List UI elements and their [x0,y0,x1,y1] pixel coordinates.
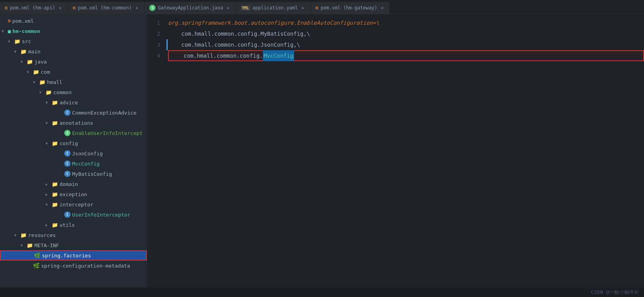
folder-icon: 📁 [27,59,33,65]
tab-pom-gateway[interactable]: m pom.xml (hm-gateway) × [311,2,390,14]
line-number: 4 [147,50,160,61]
tree-item-enable-user-info-intercept[interactable]: @ EnableUserInfoIntercept [0,128,147,138]
tree-item-spring-config-metadata[interactable]: 🌿 spring-configuration-metadata [0,261,147,271]
tab-close-icon[interactable]: × [226,5,231,11]
arrow-icon: ▼ [39,90,44,95]
tree-item-label: CommonExceptionAdvice [72,110,136,116]
tree-item-domain[interactable]: ▶ 📁 domain [0,179,147,189]
tree-item-config[interactable]: ▼ 📁 config [0,138,147,148]
java-icon: G [149,5,156,11]
folder-icon: 📁 [52,191,58,197]
tab-close-icon[interactable]: × [380,5,385,11]
code-lines: org.springframework.boot.autoconfigure.E… [166,17,644,284]
line-number: 1 [147,17,160,28]
tree-item-label: interceptor [60,202,93,208]
tab-gateway[interactable]: G GatewayApplication.java × [145,2,236,14]
code-text: org.springframework.boot.autoconfigure.E… [168,17,379,28]
arrow-icon: ▼ [20,243,25,248]
tree-item-label: domain [60,181,78,187]
tree-item-label: src [22,38,31,44]
tab-close-icon[interactable]: × [58,5,63,11]
tree-item-meta-inf[interactable]: ▼ 📁 META-INF [0,240,147,250]
folder-icon: ■ [8,28,11,34]
tree-item-label: hmall [47,79,62,85]
tree-item-src[interactable]: ▼ 📁 src [0,36,147,46]
folder-icon: 📁 [52,140,58,146]
tree-item-java[interactable]: ▼ 📁 java [0,56,147,67]
tab-label: pom.xml (hm-api) [10,5,55,11]
tab-label: application.yaml [253,5,298,11]
maven-icon: m [315,5,318,11]
folder-icon: 📁 [33,69,39,75]
maven-icon: m [8,18,11,24]
tree-item-main[interactable]: ▼ 📁 main [0,46,147,56]
tree-item-label: META-INF [34,242,59,248]
arrow-icon: ▶ [45,192,50,197]
folder-icon: 📁 [52,222,58,228]
tree-item-utils[interactable]: ▶ 📁 utils [0,220,147,230]
tab-close-icon[interactable]: × [300,5,306,11]
tree-item-common[interactable]: ▼ 📁 common [0,87,147,97]
annotation-icon: @ [64,130,71,136]
tree-item-label: java [34,59,47,65]
code-text: com.hmall.common.config.MyBatisConfig,\ [168,28,310,39]
tree-item-exception[interactable]: ▶ 📁 exception [0,189,147,199]
tree-item-label: JsonConfig [72,151,103,157]
arrow-icon: ▼ [8,39,13,44]
line-number: 3 [147,39,160,50]
editor-content: 1 2 3 4 org.springframework.boot.autocon… [147,14,644,288]
tree-item-interceptor[interactable]: ▼ 📁 interceptor [0,199,147,210]
folder-icon: 📁 [39,79,45,85]
tree-item-hm-common[interactable]: ▼ ■ hm-common [0,26,147,36]
tree-item-pom-xml[interactable]: m pom.xml [0,16,147,26]
tree-item-label: EnableUserInfoIntercept [72,130,143,136]
tree-item-label: pom.xml [12,18,34,24]
tree-item-advice[interactable]: ▼ 📁 advice [0,97,147,108]
folder-icon: 📁 [20,49,27,55]
folder-icon: 📁 [20,232,27,238]
tree-item-mybatis-config[interactable]: C MyBatisConfig [0,169,147,179]
arrow-icon: ▼ [45,100,50,105]
java-class-icon: C [64,160,71,167]
tree-item-label: config [60,140,78,146]
tree-item-label: exception [60,191,87,197]
line-accent [166,39,168,50]
tree-item-json-config[interactable]: C JsonConfig [0,148,147,159]
arrow-icon: ▶ [45,223,50,227]
tree-item-label: spring.factories [42,253,91,259]
tree-item-label: main [28,49,40,55]
arrow-icon: ▼ [14,233,19,237]
tab-pom-hm-api[interactable]: m pom.xml (hm-api) × [0,2,68,14]
tree-item-label: UserInfoInterceptor [72,212,130,218]
yaml-icon: YML [241,5,250,11]
tree-item-resources[interactable]: ▼ 📁 resources [0,230,147,240]
code-line-3: com.hmall.common.config.JsonConfig,\ [168,39,644,50]
tree-item-spring-factories[interactable]: 🌿 spring.factories [0,250,147,261]
folder-icon: 📁 [52,181,58,187]
file-tree: m pom.xml ▼ ■ hm-common ▼ 📁 src ▼ 📁 main… [0,14,147,288]
arrow-icon: ▼ [20,60,25,64]
maven-icon: m [73,5,76,11]
tab-yaml[interactable]: YML application.yaml × [236,2,311,14]
tree-item-mvc-config[interactable]: C MvcConfig [0,159,147,169]
tree-item-user-info-interceptor[interactable]: C UserInfoInterceptor [0,210,147,220]
line-numbers: 1 2 3 4 [147,17,166,284]
tree-item-hmall[interactable]: ▼ 📁 hmall [0,77,147,87]
code-line-1: org.springframework.boot.autoconfigure.E… [168,17,644,28]
tree-item-common-exception-advice[interactable]: C CommonExceptionAdvice [0,108,147,118]
main-area: m pom.xml ▼ ■ hm-common ▼ 📁 src ▼ 📁 main… [0,14,644,288]
code-line-4: com.hmall.common.config.MvcConfig [168,50,644,61]
tab-pom-hm-common[interactable]: m pom.xml (hm-common) × [68,2,145,14]
spring-leaf-icon: 🌿 [34,252,40,259]
arrow-icon: ▼ [45,202,50,207]
java-class-icon: C [64,109,71,116]
watermark: CSDN @一枚小蜗牛H [591,289,638,296]
arrow-icon: ▶ [45,182,50,186]
folder-icon: 📁 [52,120,58,126]
tab-close-icon[interactable]: × [134,5,139,11]
tree-item-annotations[interactable]: ▼ 📁 annotations [0,118,147,128]
code-text: com.hmall.common.config.JsonConfig,\ [168,39,300,50]
tree-item-label: MvcConfig [72,161,99,167]
tree-item-com[interactable]: ▼ 📁 com [0,67,147,77]
arrow-icon: ▼ [45,121,50,125]
